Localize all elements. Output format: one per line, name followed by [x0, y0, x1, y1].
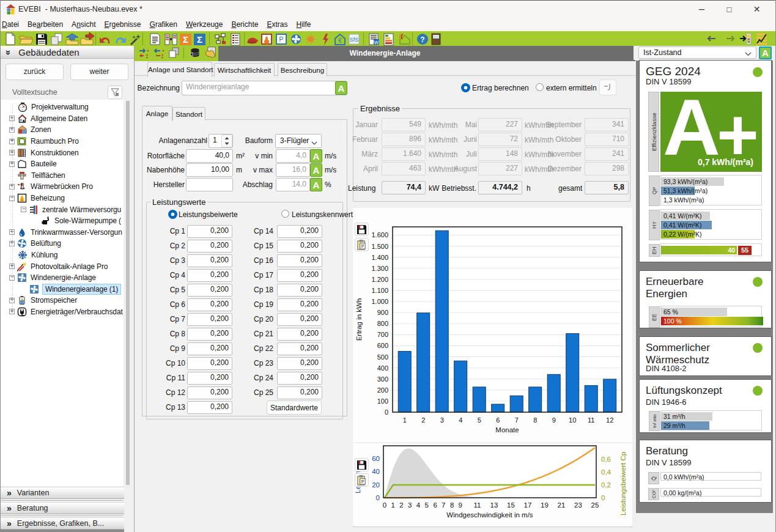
svg-text:40: 40 [372, 468, 380, 475]
svg-text:9: 9 [552, 416, 556, 424]
svg-text:900: 900 [377, 309, 388, 316]
svg-text:4: 4 [416, 501, 421, 509]
svg-text:€: € [338, 37, 342, 44]
svg-text:5: 5 [478, 416, 481, 424]
svg-text:400: 400 [377, 364, 388, 372]
svg-text:11: 11 [588, 416, 594, 424]
svg-text:12: 12 [606, 416, 613, 424]
svg-text:0,6: 0,6 [601, 456, 611, 463]
svg-text:Σ: Σ [183, 34, 188, 45]
svg-text:2: 2 [399, 501, 403, 509]
svg-text:19: 19 [541, 501, 549, 509]
svg-text:700: 700 [377, 331, 388, 338]
svg-text:8: 8 [450, 501, 454, 509]
svg-text:17: 17 [524, 501, 532, 509]
svg-text:4: 4 [459, 416, 462, 424]
svg-text:?: ? [420, 35, 424, 44]
svg-text:9: 9 [459, 501, 462, 509]
svg-text:25: 25 [591, 501, 599, 509]
svg-text:7: 7 [442, 501, 445, 509]
svg-text:0: 0 [376, 494, 380, 501]
svg-text:800: 800 [377, 320, 388, 327]
svg-text:W: W [374, 39, 379, 45]
svg-text:3: 3 [408, 501, 412, 509]
svg-text:0,2: 0,2 [601, 481, 611, 489]
svg-text:10: 10 [569, 416, 576, 424]
svg-text:1.600: 1.600 [371, 231, 388, 238]
svg-text:P: P [279, 35, 283, 43]
svg-text:21: 21 [558, 501, 566, 509]
svg-text:1.000: 1.000 [371, 298, 388, 305]
svg-text:2: 2 [421, 416, 425, 424]
svg-text:0: 0 [383, 501, 386, 509]
svg-text:3: 3 [440, 416, 444, 424]
svg-text:20: 20 [372, 481, 380, 489]
svg-text:8: 8 [533, 416, 537, 424]
svg-text:6: 6 [496, 416, 500, 424]
svg-text:100: 100 [377, 397, 388, 405]
svg-text:13: 13 [490, 501, 498, 509]
svg-text:23: 23 [574, 501, 582, 509]
svg-text:SfS: SfS [350, 37, 359, 43]
svg-text:1.300: 1.300 [371, 265, 388, 272]
svg-text:Σ: Σ [197, 34, 202, 45]
svg-text:600: 600 [377, 342, 388, 349]
svg-text:1: 1 [403, 416, 407, 424]
svg-text:300: 300 [377, 375, 388, 383]
svg-text:1: 1 [391, 501, 395, 509]
svg-text:Leistungsbeiwert Cp: Leistungsbeiwert Cp [619, 452, 627, 515]
svg-text:15: 15 [507, 501, 515, 509]
svg-text:Ertrag in kWh: Ertrag in kWh [355, 298, 363, 341]
svg-text:0,4: 0,4 [601, 468, 612, 476]
svg-text:1.400: 1.400 [371, 254, 388, 261]
svg-text:1.500: 1.500 [371, 243, 388, 250]
svg-text:1.100: 1.100 [371, 287, 388, 294]
svg-text:11: 11 [473, 501, 481, 509]
svg-text:200: 200 [377, 386, 388, 394]
svg-text:5: 5 [425, 501, 429, 509]
svg-text:500: 500 [377, 353, 388, 361]
svg-text:0: 0 [385, 408, 388, 416]
svg-text:0: 0 [601, 494, 605, 501]
svg-text:Monate: Monate [495, 426, 519, 434]
svg-text:6: 6 [433, 501, 437, 509]
svg-text:Windgeschwindigkeit in m/s: Windgeschwindigkeit in m/s [446, 511, 533, 519]
svg-text:60: 60 [372, 455, 380, 462]
svg-text:1.200: 1.200 [371, 276, 388, 283]
svg-text:7: 7 [515, 416, 519, 424]
